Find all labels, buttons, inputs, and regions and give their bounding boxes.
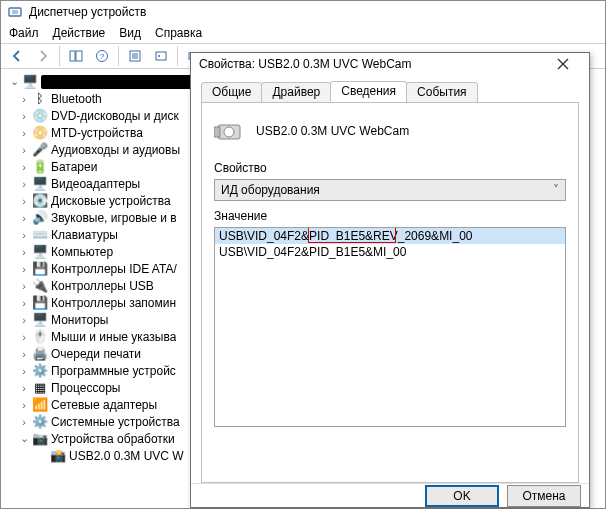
tree-label: Дисковые устройства [51, 194, 171, 208]
device-category-icon: 💾 [32, 261, 48, 277]
tree-label: Видеоадаптеры [51, 177, 140, 191]
menu-view[interactable]: Вид [119, 26, 141, 40]
device-category-icon: 💿 [32, 108, 48, 124]
menu-file[interactable]: Файл [9, 26, 39, 40]
computer-icon: 🖥️ [22, 74, 38, 90]
menu-action[interactable]: Действие [53, 26, 106, 40]
property-label: Свойство [214, 161, 566, 175]
device-category-icon: ⚙️ [32, 363, 48, 379]
device-category-icon: ⌨️ [32, 227, 48, 243]
tree-root-label: ████████████ [41, 75, 207, 89]
help-toolbar-icon[interactable]: ? [90, 45, 114, 67]
menu-help[interactable]: Справка [155, 26, 202, 40]
device-category-icon: 🔌 [32, 278, 48, 294]
list-item[interactable]: USB\VID_04F2&PID_B1E5&REV_2069&MI_00 [215, 228, 565, 244]
device-category-icon: 🔊 [32, 210, 48, 226]
device-category-icon: 📶 [32, 397, 48, 413]
details-tab-page: USB2.0 0.3M UVC WebCam Свойство ИД обору… [201, 103, 579, 483]
svg-text:?: ? [100, 52, 105, 61]
camera-icon: 📷 [32, 431, 48, 447]
value-label: Значение [214, 209, 566, 223]
show-hide-tree-icon[interactable] [64, 45, 88, 67]
device-category-icon: ⚙️ [32, 414, 48, 430]
forward-icon[interactable] [31, 45, 55, 67]
property-selected: ИД оборудования [221, 183, 320, 197]
main-title: Диспетчер устройств [29, 5, 146, 19]
device-category-icon: 🖨️ [32, 346, 48, 362]
ok-button[interactable]: OK [425, 485, 499, 507]
menubar[interactable]: Файл Действие Вид Справка [1, 23, 605, 43]
tree-label: Контроллеры USB [51, 279, 154, 293]
tree-label: Компьютер [51, 245, 113, 259]
tab-strip: Общие Драйвер Сведения События [201, 81, 579, 103]
tree-label: Контроллеры IDE ATA/ [51, 262, 177, 276]
update-driver-icon[interactable] [149, 45, 173, 67]
tree-label: Мониторы [51, 313, 108, 327]
tree-label: Батареи [51, 160, 97, 174]
device-category-icon: ᛒ [32, 91, 48, 107]
dialog-footer: OK Отмена [191, 483, 589, 507]
device-category-icon: 🔋 [32, 159, 48, 175]
properties-dialog: Свойства: USB2.0 0.3M UVC WebCam Общие Д… [190, 52, 590, 508]
svg-rect-14 [214, 127, 220, 137]
value-listbox[interactable]: USB\VID_04F2&PID_B1E5&REV_2069&MI_00 USB… [214, 227, 566, 427]
tree-label: DVD-дисководы и диск [51, 109, 179, 123]
chevron-down-icon: ˅ [553, 183, 559, 197]
tree-label: Процессоры [51, 381, 121, 395]
tree-label: Звуковые, игровые и в [51, 211, 177, 225]
close-icon[interactable] [545, 53, 581, 75]
tab-general[interactable]: Общие [201, 82, 262, 103]
tab-events[interactable]: События [406, 82, 478, 103]
svg-point-13 [224, 127, 234, 137]
tree-label: Bluetooth [51, 92, 102, 106]
device-category-icon: 📀 [32, 125, 48, 141]
properties-toolbar-icon[interactable] [123, 45, 147, 67]
tab-details[interactable]: Сведения [330, 81, 407, 102]
webcam-icon: 📸 [50, 448, 66, 464]
dialog-titlebar: Свойства: USB2.0 0.3M UVC WebCam [191, 53, 589, 75]
device-name: USB2.0 0.3M UVC WebCam [256, 124, 409, 138]
tree-label: Мыши и иные указыва [51, 330, 176, 344]
device-category-icon: 🖥️ [32, 176, 48, 192]
tree-label: Очереди печати [51, 347, 141, 361]
svg-rect-7 [156, 52, 166, 60]
device-category-icon: 💾 [32, 295, 48, 311]
svg-rect-3 [76, 51, 82, 61]
device-category-icon: 🎤 [32, 142, 48, 158]
device-category-icon: 💽 [32, 193, 48, 209]
tree-label: Программные устройс [51, 364, 176, 378]
tab-driver[interactable]: Драйвер [261, 82, 331, 103]
back-icon[interactable] [5, 45, 29, 67]
svg-point-8 [158, 55, 160, 57]
device-category-icon: 🖥️ [32, 312, 48, 328]
app-icon [7, 4, 23, 20]
device-category-icon: ▦ [32, 380, 48, 396]
device-category-icon: 🖥️ [32, 244, 48, 260]
tree-label: Системные устройства [51, 415, 180, 429]
svg-rect-2 [70, 51, 75, 61]
device-camera-icon [214, 117, 246, 145]
property-combobox[interactable]: ИД оборудования ˅ [214, 179, 566, 201]
tree-label: MTD-устройства [51, 126, 143, 140]
tree-label: Сетевые адаптеры [51, 398, 157, 412]
dialog-title: Свойства: USB2.0 0.3M UVC WebCam [199, 57, 412, 71]
tree-label: Клавиатуры [51, 228, 118, 242]
device-category-icon: 🖱️ [32, 329, 48, 345]
list-item[interactable]: USB\VID_04F2&PID_B1E5&MI_00 [215, 244, 565, 260]
cancel-button[interactable]: Отмена [507, 485, 581, 507]
tree-label: Аудиовходы и аудиовы [51, 143, 180, 157]
svg-rect-1 [12, 10, 18, 14]
main-titlebar: Диспетчер устройств [1, 1, 605, 23]
tree-label: Контроллеры запомин [51, 296, 176, 310]
